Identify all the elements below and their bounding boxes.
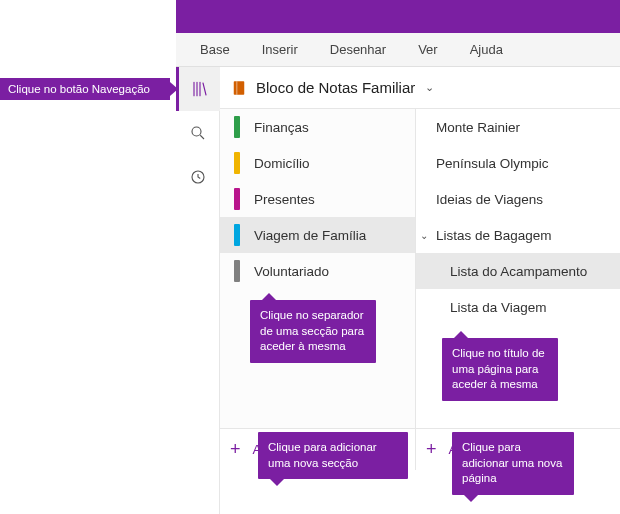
sections-panel: Finanças Domicílio Presentes Viagem de F… [220,109,416,470]
chevron-down-icon: ⌄ [425,81,434,94]
svg-point-0 [192,127,201,136]
page-label: Ideias de Viagens [436,192,543,207]
notebook-icon [230,79,248,97]
callout-add-page: Clique para adicionar uma nova página [452,432,574,495]
section-color-tab [234,116,240,138]
page-subitem[interactable]: Lista da Viagem [416,289,620,325]
page-label: Lista da Viagem [450,300,547,315]
tab-inserir[interactable]: Inserir [246,33,314,66]
page-item[interactable]: Monte Rainier [416,109,620,145]
plus-icon: + [230,439,241,460]
callout-text: Clique para adicionar uma nova secção [268,441,377,469]
svg-rect-2 [234,81,245,95]
clock-icon [189,168,207,186]
page-subitem[interactable]: Lista do Acampamento [416,253,620,289]
nav-notebooks-button[interactable] [176,67,220,111]
section-item-financas[interactable]: Finanças [220,109,415,145]
tab-desenhar[interactable]: Desenhar [314,33,402,66]
page-item-expandable[interactable]: ⌄ Listas de Bagagem [416,217,620,253]
navigation-rail [176,67,220,514]
notebook-header[interactable]: Bloco de Notas Familiar ⌄ [220,67,620,109]
callout-section-tab: Clique no separador de uma secção para a… [250,300,376,363]
tab-ver[interactable]: Ver [402,33,454,66]
nav-search-button[interactable] [176,111,220,155]
callout-text: Clique no separador de uma secção para a… [260,309,364,352]
section-color-tab [234,224,240,246]
page-label: Monte Rainier [436,120,520,135]
tab-base[interactable]: Base [184,33,246,66]
section-label: Viagem de Família [254,228,366,243]
notebook-title: Bloco de Notas Familiar [256,79,415,96]
page-label: Listas de Bagagem [436,228,552,243]
section-color-tab [234,152,240,174]
search-icon [189,124,207,142]
tab-ajuda[interactable]: Ajuda [454,33,519,66]
page-label: Península Olympic [436,156,549,171]
section-label: Domicílio [254,156,310,171]
section-item-voluntariado[interactable]: Voluntariado [220,253,415,289]
ribbon-tabs: Base Inserir Desenhar Ver Ajuda [176,33,620,67]
title-bar [176,0,620,33]
plus-icon: + [426,439,437,460]
section-label: Presentes [254,192,315,207]
nav-recent-button[interactable] [176,155,220,199]
page-label: Lista do Acampamento [450,264,587,279]
pages-panel: Monte Rainier Península Olympic Ideias d… [416,109,620,470]
section-item-presentes[interactable]: Presentes [220,181,415,217]
callout-text: Clique no título de uma página para aced… [452,347,545,390]
section-color-tab [234,188,240,210]
chevron-down-icon[interactable]: ⌄ [420,230,428,241]
books-icon [191,80,209,98]
callout-text: Clique para adicionar uma nova página [462,441,562,484]
page-item[interactable]: Ideias de Viagens [416,181,620,217]
svg-rect-3 [236,81,238,95]
callout-add-section: Clique para adicionar uma nova secção [258,432,408,479]
section-label: Finanças [254,120,309,135]
page-item[interactable]: Península Olympic [416,145,620,181]
section-color-tab [234,260,240,282]
callout-navigation: Clique no botão Navegação [0,78,170,100]
section-item-domicilio[interactable]: Domicílio [220,145,415,181]
callout-page-title: Clique no título de uma página para aced… [442,338,558,401]
section-item-viagem[interactable]: Viagem de Família [220,217,415,253]
callout-navigation-text: Clique no botão Navegação [8,83,150,95]
section-label: Voluntariado [254,264,329,279]
